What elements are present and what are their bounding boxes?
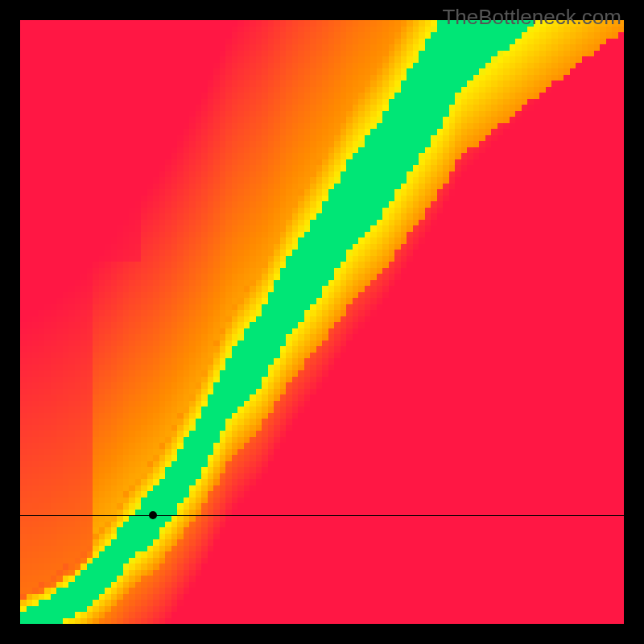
watermark-text: TheBottleneck.com [442, 5, 621, 30]
chart-container: TheBottleneck.com [0, 0, 644, 644]
heatmap-canvas [20, 20, 624, 624]
heatmap-plot [20, 20, 624, 624]
marker-dot [149, 511, 157, 519]
crosshair-horizontal [20, 515, 624, 516]
